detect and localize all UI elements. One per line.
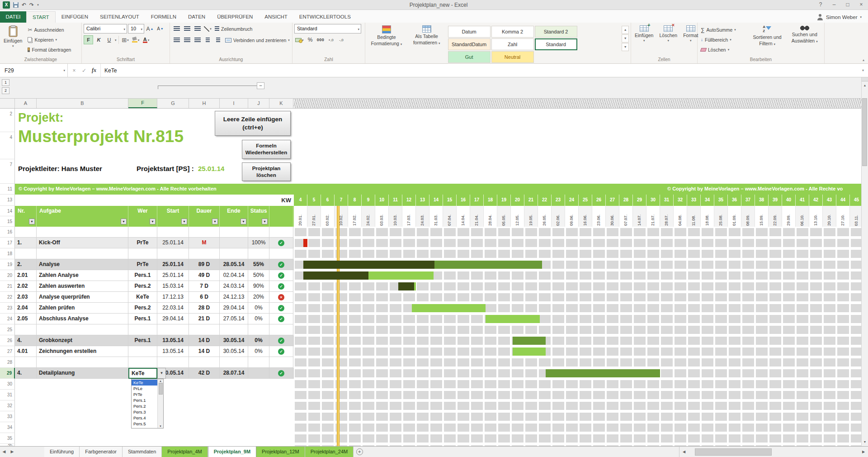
align-top-button[interactable]	[172, 24, 181, 33]
cell[interactable]: 28.07.14	[220, 368, 248, 379]
row-header-25[interactable]: 25	[0, 324, 15, 335]
orientation-button[interactable]: ▾	[203, 24, 212, 33]
cell[interactable]: 28 D	[189, 303, 220, 314]
cell[interactable]	[15, 433, 37, 444]
row-header-4[interactable]: 4	[0, 132, 15, 159]
cell[interactable]: 14 D	[189, 346, 220, 357]
tab-formeln[interactable]: FORMELN	[145, 11, 182, 23]
cell[interactable]: 20%	[248, 292, 269, 303]
borders-button[interactable]: ⊞▾	[121, 35, 130, 44]
sheet-nav-left-icon[interactable]: ◀	[0, 447, 8, 457]
collapse-group-button[interactable]: –	[257, 82, 264, 89]
row-header-20[interactable]: 20	[0, 270, 15, 281]
column-header-F[interactable]: F	[128, 99, 157, 108]
vertical-scroll-thumb[interactable]	[862, 98, 867, 166]
decrease-indent-button[interactable]	[203, 36, 212, 45]
font-size-select[interactable]: 10▾	[128, 24, 144, 33]
cell[interactable]: 2.01	[15, 270, 37, 281]
cell[interactable]	[37, 390, 128, 400]
select-all-corner[interactable]	[0, 99, 15, 108]
scroll-up-icon[interactable]: ▲	[862, 82, 868, 89]
cell[interactable]: 17.12.13	[157, 292, 189, 303]
cell[interactable]	[189, 248, 220, 259]
sort-filter-button[interactable]: AZ Sortieren und Filtern ▾	[750, 24, 785, 56]
cell[interactable]	[220, 227, 248, 238]
gallery-down-button[interactable]: ▼	[622, 34, 629, 43]
insert-function-icon[interactable]: fx	[90, 67, 99, 74]
cell[interactable]: 4.01	[15, 346, 37, 357]
tab-seitenlayout[interactable]: SEITENLAYOUT	[94, 11, 145, 23]
align-bottom-button[interactable]	[193, 24, 202, 33]
scroll-down-icon[interactable]: ▼	[159, 425, 162, 428]
row-header-32[interactable]: 32	[0, 400, 15, 411]
cell[interactable]: 4.	[15, 335, 37, 346]
tab-datei[interactable]: DATEI	[0, 11, 26, 23]
number-format-select[interactable]: Standard▾	[294, 24, 361, 33]
dropdown-option-KeTe[interactable]: KeTe	[132, 380, 157, 386]
filter-button[interactable]: ▼	[181, 219, 187, 224]
thousands-separator-button[interactable]: 000	[316, 35, 326, 44]
cell[interactable]	[248, 433, 269, 444]
align-left-button[interactable]	[172, 36, 181, 45]
cell[interactable]	[248, 400, 269, 411]
cell[interactable]: 55%	[248, 259, 269, 270]
cell[interactable]	[157, 324, 189, 335]
cell[interactable]	[269, 422, 293, 433]
close-button[interactable]: ×	[854, 0, 868, 10]
gallery-more-button[interactable]: ▼	[622, 43, 629, 51]
cell[interactable]	[37, 248, 128, 259]
vertical-scrollbar[interactable]: ▲ ▼	[861, 77, 868, 446]
style-Gut[interactable]: Gut	[448, 51, 491, 63]
row-header-22[interactable]: 22	[0, 292, 15, 303]
column-header-B[interactable]: B	[37, 99, 128, 108]
cell[interactable]: ×	[269, 292, 293, 303]
accounting-format-button[interactable]: ▾	[294, 35, 305, 44]
style-StandardDatum[interactable]: StandardDatum	[448, 38, 491, 50]
cell[interactable]: 29.04.14	[157, 314, 189, 324]
tab-entwicklertools[interactable]: ENTWICKLERTOOLS	[293, 11, 357, 23]
style-Zahl[interactable]: Zahl	[491, 38, 534, 50]
enter-icon[interactable]: ✓	[80, 67, 89, 74]
cell[interactable]	[248, 422, 269, 433]
cell[interactable]	[220, 422, 248, 433]
scroll-right-icon[interactable]: ▶	[860, 448, 867, 456]
cell[interactable]: 90%	[248, 281, 269, 292]
cell[interactable]	[157, 227, 189, 238]
align-middle-button[interactable]	[182, 24, 192, 33]
cell[interactable]: 30.05.14	[220, 335, 248, 346]
sheet-tab-Einführung[interactable]: Einführung	[44, 447, 80, 457]
cell[interactable]	[189, 379, 220, 390]
cell[interactable]: Abschluss Analyse	[37, 314, 128, 324]
split-handle[interactable]	[862, 77, 868, 81]
insert-empty-row-button[interactable]: Leere Zeile einfügen (ctrl+e)	[215, 111, 291, 136]
cell[interactable]	[128, 357, 157, 368]
cell[interactable]	[128, 324, 157, 335]
cell[interactable]	[269, 324, 293, 335]
cell[interactable]	[37, 433, 128, 444]
column-header-K[interactable]: K	[269, 99, 293, 108]
cell[interactable]	[189, 411, 220, 422]
cell[interactable]: 6 D	[189, 292, 220, 303]
row-header-2[interactable]: 2	[0, 109, 15, 132]
cell[interactable]: KeTe	[128, 292, 157, 303]
cell[interactable]	[37, 379, 128, 390]
row-header-28[interactable]: 28	[0, 357, 15, 368]
cell[interactable]: ✓	[269, 346, 293, 357]
outline-level-1-button[interactable]: 1	[2, 79, 9, 86]
cell[interactable]: 15.03.14	[157, 281, 189, 292]
cell[interactable]: ✓	[269, 259, 293, 270]
clear-button[interactable]: Löschen▾	[699, 45, 748, 54]
style-Standard 2[interactable]: Standard 2	[535, 26, 577, 38]
column-header-A[interactable]: A	[15, 99, 37, 108]
cell[interactable]: 21 D	[189, 314, 220, 324]
cell[interactable]: 24.12.13	[220, 292, 248, 303]
save-icon[interactable]	[13, 2, 19, 8]
sheet-tab-Farbgenerator[interactable]: Farbgenerator	[80, 447, 123, 457]
cell[interactable]	[15, 248, 37, 259]
cell[interactable]: PrTe	[128, 259, 157, 270]
cell[interactable]: 2.02	[15, 281, 37, 292]
filter-button[interactable]: ▼	[29, 219, 35, 224]
cell[interactable]: ✓	[269, 238, 293, 248]
cell[interactable]	[15, 411, 37, 422]
bold-button[interactable]: F	[84, 35, 93, 44]
